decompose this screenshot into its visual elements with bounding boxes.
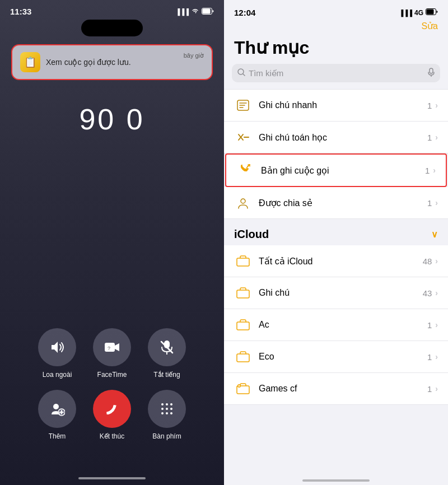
svg-rect-24 bbox=[430, 68, 433, 73]
folder-item-games-cf[interactable]: Games cf 1 › bbox=[224, 373, 448, 405]
folder-name-eco: Eco bbox=[259, 352, 427, 362]
dynamic-island bbox=[81, 20, 143, 36]
home-indicator bbox=[78, 477, 146, 479]
signal-bars-icon: ▐▐▐ bbox=[176, 8, 189, 15]
folder-item-shared[interactable]: Được chia sẻ 1 › bbox=[224, 187, 448, 219]
svg-point-15 bbox=[166, 408, 168, 410]
chevron-icon: › bbox=[435, 352, 438, 361]
math-notes-icon bbox=[234, 128, 252, 146]
folder-name-notes: Ghi chú bbox=[259, 288, 423, 298]
svg-text:?: ? bbox=[108, 346, 110, 351]
chevron-icon: › bbox=[435, 384, 438, 393]
svg-rect-1 bbox=[203, 8, 211, 13]
folder-count-notes: 43 bbox=[423, 288, 432, 298]
eco-folder-icon bbox=[234, 348, 252, 366]
signal-icon: ▐▐▐ bbox=[399, 10, 412, 16]
speaker-button[interactable]: Loa ngoài bbox=[38, 328, 76, 379]
svg-point-7 bbox=[53, 404, 59, 409]
mute-button[interactable]: Tắt tiếng bbox=[148, 328, 186, 379]
chevron-icon: › bbox=[435, 133, 438, 142]
controls-row-1: Loa ngoài ? FaceTime bbox=[0, 328, 224, 379]
folder-count-all-icloud: 48 bbox=[423, 257, 432, 266]
end-call-button[interactable]: Kết thúc bbox=[93, 390, 131, 440]
svg-point-13 bbox=[170, 403, 172, 405]
svg-rect-40 bbox=[237, 322, 249, 330]
edit-button[interactable]: Sửa bbox=[421, 21, 438, 31]
folder-item-eco[interactable]: Eco 1 › bbox=[224, 341, 448, 373]
chevron-icon: › bbox=[435, 257, 438, 265]
folder-item-call-log[interactable]: Bản ghi cuộc gọi 1 › bbox=[225, 153, 447, 187]
mic-icon bbox=[428, 68, 435, 78]
folder-name-shared: Được chia sẻ bbox=[259, 198, 427, 208]
svg-point-14 bbox=[161, 408, 164, 410]
shared-icon bbox=[234, 194, 252, 212]
facetime-label: FaceTime bbox=[97, 371, 127, 379]
svg-point-12 bbox=[166, 403, 168, 405]
icloud-title: iCloud bbox=[234, 228, 269, 241]
facetime-button[interactable]: ? FaceTime bbox=[93, 328, 131, 379]
folder-item-quick-notes[interactable]: Ghi chú nhanh 1 › bbox=[224, 89, 448, 122]
keypad-circle bbox=[148, 390, 186, 428]
right-battery-icon bbox=[426, 8, 438, 17]
folder-count-shared: 1 bbox=[427, 198, 432, 208]
icloud-chevron-down-icon[interactable]: ∨ bbox=[431, 229, 438, 240]
right-header: Sửa bbox=[224, 20, 448, 35]
notification-banner[interactable]: 📋 Xem cuộc gọi được lưu. bây giờ bbox=[11, 44, 213, 80]
svg-rect-38 bbox=[237, 258, 249, 266]
call-log-icon bbox=[236, 161, 254, 179]
battery-icon bbox=[202, 8, 214, 16]
search-placeholder-text: Tìm kiếm bbox=[249, 68, 424, 78]
speaker-circle bbox=[38, 328, 76, 366]
keypad-button[interactable]: Bàn phím bbox=[148, 390, 186, 440]
right-status-bar: 12:04 ▐▐▐ 4G bbox=[224, 0, 448, 20]
end-label: Kết thúc bbox=[100, 432, 124, 440]
call-controls: Loa ngoài ? FaceTime bbox=[0, 328, 224, 440]
left-time: 11:33 bbox=[10, 7, 31, 16]
controls-row-2: Thêm Kết thúc bbox=[0, 390, 224, 440]
notif-time: bây giờ bbox=[184, 52, 204, 59]
svg-point-37 bbox=[241, 199, 245, 203]
end-circle bbox=[93, 390, 131, 428]
notes-folder-icon bbox=[234, 284, 252, 302]
keypad-label: Bàn phím bbox=[152, 432, 181, 440]
add-call-button[interactable]: Thêm bbox=[38, 390, 76, 440]
folder-item-notes[interactable]: Ghi chú 43 › bbox=[224, 277, 448, 309]
folder-count-math-notes: 1 bbox=[427, 133, 432, 142]
icloud-section-label: iCloud ∨ bbox=[224, 219, 448, 245]
right-time: 12:04 bbox=[234, 8, 255, 17]
folder-item-all-icloud[interactable]: Tất cả iCloud 48 › bbox=[224, 245, 448, 277]
left-panel: 11:33 ▐▐▐ 📋 Xem bbox=[0, 0, 224, 485]
left-status-bar: 11:33 ▐▐▐ bbox=[0, 0, 224, 20]
svg-point-18 bbox=[166, 412, 168, 414]
folder-item-ac[interactable]: Ac 1 › bbox=[224, 309, 448, 341]
mute-circle bbox=[148, 328, 186, 366]
call-number-display: 90 0 bbox=[79, 102, 144, 136]
right-home-indicator bbox=[302, 479, 370, 482]
mute-label: Tắt tiếng bbox=[153, 371, 180, 379]
chevron-icon: › bbox=[433, 166, 436, 175]
add-label: Thêm bbox=[49, 432, 66, 440]
svg-line-23 bbox=[243, 74, 245, 76]
notif-text: Xem cuộc gọi được lưu. bbox=[46, 58, 131, 67]
notes-icon: 📋 bbox=[24, 56, 36, 68]
left-status-icons: ▐▐▐ bbox=[176, 7, 214, 16]
folder-name-call-log: Bản ghi cuộc gọi bbox=[261, 165, 425, 176]
folder-name-all-icloud: Tất cả iCloud bbox=[259, 256, 423, 267]
folder-name-ac: Ac bbox=[259, 320, 427, 330]
network-type-icon: 4G bbox=[414, 9, 423, 17]
quick-notes-icon bbox=[234, 96, 252, 114]
search-bar[interactable]: Tìm kiếm bbox=[232, 64, 440, 82]
folder-name-math-notes: Ghi chú toán học bbox=[259, 132, 427, 143]
svg-rect-39 bbox=[237, 290, 249, 298]
folder-item-math-notes[interactable]: Ghi chú toán học 1 › bbox=[224, 122, 448, 153]
svg-point-16 bbox=[170, 408, 172, 410]
folder-count-quick-notes: 1 bbox=[427, 101, 432, 110]
facetime-circle: ? bbox=[93, 328, 131, 366]
svg-point-17 bbox=[161, 412, 164, 414]
games-cf-icon bbox=[234, 380, 252, 398]
all-icloud-icon bbox=[234, 252, 252, 270]
search-icon bbox=[237, 68, 245, 78]
folder-count-call-log: 1 bbox=[425, 166, 430, 175]
add-circle bbox=[38, 390, 76, 428]
svg-rect-41 bbox=[237, 354, 249, 362]
